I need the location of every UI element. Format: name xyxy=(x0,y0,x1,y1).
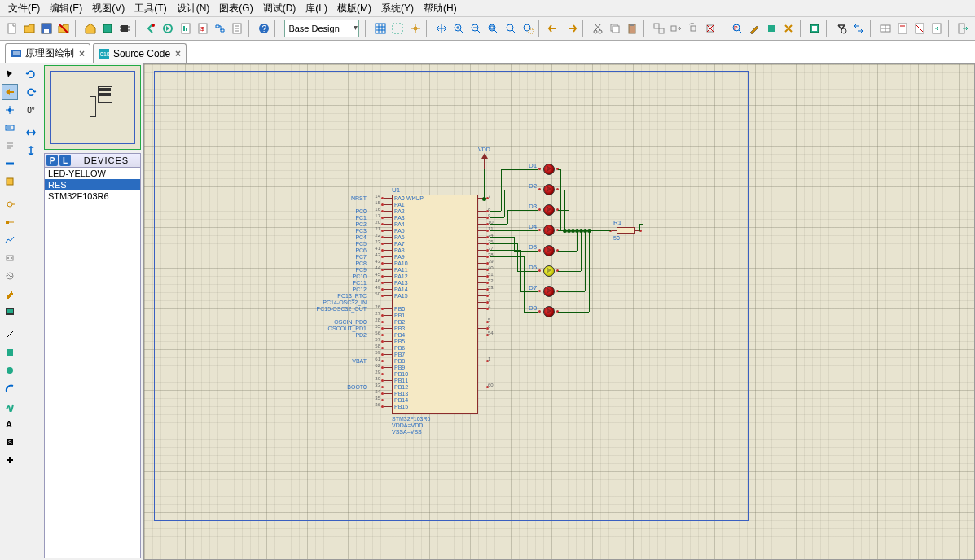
menu-system[interactable]: 系统(Y) xyxy=(376,0,419,17)
pin-stub[interactable] xyxy=(384,367,392,368)
pin-stub[interactable] xyxy=(384,256,392,257)
menu-graph[interactable]: 图表(G) xyxy=(214,0,257,17)
packaging-icon[interactable] xyxy=(763,20,779,37)
symbol-2d-icon[interactable]: S xyxy=(2,434,18,450)
pin-stub[interactable] xyxy=(384,380,392,381)
wire[interactable] xyxy=(558,271,581,272)
wire[interactable] xyxy=(639,224,643,225)
marker-plus-icon[interactable] xyxy=(2,452,18,468)
wire[interactable] xyxy=(585,230,586,291)
component-mode-icon[interactable] xyxy=(2,84,18,100)
save-icon[interactable] xyxy=(38,20,54,37)
pick-library-icon[interactable]: P xyxy=(729,20,744,37)
tape-mode-icon[interactable] xyxy=(2,250,18,266)
wire[interactable] xyxy=(494,169,494,199)
list-item[interactable]: LED-YELLOW xyxy=(45,168,140,179)
flip-horizontal-icon[interactable] xyxy=(23,125,39,141)
overview-panel[interactable] xyxy=(44,65,141,150)
junction[interactable] xyxy=(587,229,591,233)
design-variant-combo[interactable] xyxy=(284,20,359,37)
undo-icon[interactable] xyxy=(547,20,562,37)
grid-toggle-icon[interactable] xyxy=(373,20,389,37)
pin-stub[interactable] xyxy=(478,289,486,290)
pin-stub[interactable] xyxy=(478,276,486,277)
generator-mode-icon[interactable] xyxy=(2,268,18,284)
menu-edit[interactable]: 编辑(E) xyxy=(45,0,87,17)
pick-device-button[interactable]: P xyxy=(46,155,58,166)
terminal-mode-icon[interactable] xyxy=(2,196,18,212)
tab-schematic[interactable]: 原理图绘制 × xyxy=(5,43,90,63)
pin-stub[interactable] xyxy=(478,243,486,244)
pin-stub[interactable] xyxy=(384,204,392,205)
pin-stub[interactable] xyxy=(478,335,486,335)
wire[interactable] xyxy=(507,210,508,224)
list-icon[interactable] xyxy=(229,20,244,37)
pin-stub[interactable] xyxy=(384,269,392,270)
pin-stub[interactable] xyxy=(478,217,486,218)
pin-stub[interactable] xyxy=(384,341,392,342)
pin-stub[interactable] xyxy=(384,289,392,290)
pin-stub[interactable] xyxy=(384,250,392,251)
close-folder-icon[interactable] xyxy=(55,20,71,37)
tab-source-code[interactable]: 0101 Source Code × xyxy=(93,43,187,63)
wire[interactable] xyxy=(484,199,494,199)
pin-stub[interactable] xyxy=(478,256,486,257)
wire[interactable] xyxy=(639,224,640,231)
wire[interactable] xyxy=(560,169,561,230)
pin-stub[interactable] xyxy=(384,348,392,348)
wire[interactable] xyxy=(569,210,569,230)
pin-stub[interactable] xyxy=(384,282,392,283)
wire[interactable] xyxy=(558,210,569,211)
wire[interactable] xyxy=(589,230,590,312)
wire[interactable] xyxy=(517,243,518,271)
menu-debug[interactable]: 调试(D) xyxy=(258,0,301,17)
board-icon[interactable] xyxy=(99,20,115,37)
wire[interactable] xyxy=(501,169,502,211)
exit-icon[interactable] xyxy=(955,20,971,37)
pin-stub[interactable] xyxy=(384,400,392,400)
pin-stub[interactable] xyxy=(478,302,486,303)
arc-2d-icon[interactable] xyxy=(2,380,18,396)
menu-tools[interactable]: 工具(T) xyxy=(130,0,171,17)
pin-stub[interactable] xyxy=(384,393,392,394)
wire[interactable] xyxy=(490,237,514,238)
pin-stub[interactable] xyxy=(384,243,392,244)
schematic-canvas[interactable]: VDD U1 14 PA0-WKUP 15 PA1 16 PA2 17 PA3 … xyxy=(143,63,975,560)
menu-help[interactable]: 帮助(H) xyxy=(419,0,462,17)
wire[interactable] xyxy=(577,230,578,251)
pin-stub[interactable] xyxy=(478,250,486,251)
menu-file[interactable]: 文件(F) xyxy=(3,0,45,17)
pin-stub[interactable] xyxy=(384,315,392,316)
open-icon[interactable] xyxy=(21,20,37,37)
wire[interactable] xyxy=(490,250,520,251)
pin-stub[interactable] xyxy=(384,230,392,231)
pin-stub[interactable] xyxy=(478,237,486,238)
wire[interactable] xyxy=(593,230,611,231)
pin-stub[interactable] xyxy=(384,308,392,309)
pin-mode-icon[interactable] xyxy=(2,214,18,230)
wire[interactable] xyxy=(511,230,538,231)
path-2d-icon[interactable] xyxy=(2,398,18,414)
library-button[interactable]: L xyxy=(59,155,71,166)
pin-stub[interactable] xyxy=(478,230,486,231)
zoom-out-icon[interactable] xyxy=(468,20,484,37)
zoom-in-icon[interactable] xyxy=(451,20,467,37)
report-icon[interactable] xyxy=(178,20,193,37)
pin-stub[interactable] xyxy=(478,269,486,270)
replace-icon[interactable] xyxy=(851,20,867,37)
rotate-ccw-icon[interactable] xyxy=(23,84,39,100)
selection-mode-icon[interactable] xyxy=(2,66,18,82)
wire[interactable] xyxy=(558,251,577,252)
probe-mode-icon[interactable] xyxy=(2,286,18,302)
pin-stub[interactable] xyxy=(478,387,486,387)
wire[interactable] xyxy=(490,211,501,212)
pin-stub[interactable] xyxy=(384,387,392,387)
wire-label-mode-icon[interactable] xyxy=(2,120,18,136)
flip-vertical-icon[interactable] xyxy=(23,142,39,159)
menu-template[interactable]: 模版(M) xyxy=(332,0,376,17)
chip-icon[interactable] xyxy=(116,20,132,37)
home-icon[interactable] xyxy=(82,20,98,37)
pin-stub[interactable] xyxy=(384,237,392,238)
wire[interactable] xyxy=(558,291,585,292)
subcircuit-mode-icon[interactable] xyxy=(2,173,18,190)
